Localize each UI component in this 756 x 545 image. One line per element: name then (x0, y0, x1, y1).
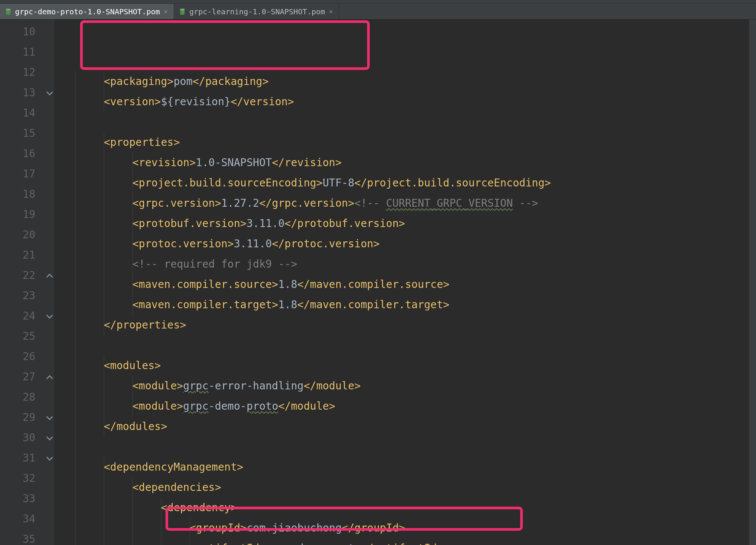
xml-tag: </grpc.version> (259, 197, 354, 209)
editor-tabs: grpc-demo-proto-1.0-SNAPSHOT.pom×grpc-le… (0, 4, 756, 20)
code-line[interactable]: <protobuf.version>3.11.0</protobuf.versi… (54, 213, 749, 234)
editor-tab-0[interactable]: grpc-demo-proto-1.0-SNAPSHOT.pom× (0, 4, 174, 19)
indent-guide (132, 234, 133, 254)
indent-guide (75, 132, 76, 153)
xml-tag: </revision> (272, 156, 342, 169)
code-line[interactable]: </properties> (54, 315, 749, 335)
xml-tag: <module> (132, 400, 183, 412)
indent-guide (104, 457, 104, 477)
file-icon (5, 8, 12, 15)
line-number: 31 (0, 448, 35, 468)
code-line[interactable] (54, 437, 749, 457)
xml-tag: <properties> (104, 136, 180, 148)
xml-tag: <project.build.sourceEncoding> (132, 177, 323, 189)
line-number: 22 (0, 265, 35, 286)
code-line[interactable]: <artifactId>grpc-demo-proto</artifactId> (54, 538, 749, 545)
code-area[interactable]: <packaging>pom</packaging><version>${rev… (54, 20, 749, 545)
line-number: 33 (0, 489, 35, 509)
indent-guide (104, 315, 104, 335)
code-line[interactable]: <version>${revision}</version> (54, 92, 749, 112)
xml-tag: </protobuf.version> (285, 217, 405, 230)
xml-text: UTF-8 (323, 177, 354, 189)
code-line[interactable]: <maven.compiler.target>1.8</maven.compil… (54, 295, 749, 315)
indent-guide (75, 193, 76, 213)
indent-guide (104, 416, 104, 437)
indent-guide (104, 518, 104, 538)
xml-comment: --> (513, 197, 538, 209)
code-line[interactable]: <maven.compiler.source>1.8</maven.compil… (54, 274, 749, 295)
line-number: 30 (0, 428, 35, 448)
fold-expand-icon[interactable] (46, 455, 53, 462)
indent-guide (75, 376, 76, 396)
fold-expand-icon[interactable] (46, 313, 53, 320)
xml-tag: </protoc.version> (272, 238, 380, 250)
line-number: 12 (0, 62, 35, 83)
code-line[interactable]: <module>grpc-demo-proto</module> (54, 396, 749, 416)
line-number: 23 (0, 286, 35, 306)
indent-guide (75, 274, 76, 295)
xml-tag: <version> (104, 95, 161, 108)
code-line[interactable]: <dependency> (54, 498, 749, 518)
code-line[interactable]: <project.build.sourceEncoding>UTF-8</pro… (54, 173, 749, 193)
xml-tag: </modules> (104, 420, 167, 433)
code-line[interactable]: <module>grpc-error-handling</module> (54, 376, 749, 396)
code-line[interactable]: <!-- required for jdk9 --> (54, 254, 749, 274)
close-icon[interactable]: × (163, 8, 169, 15)
vertical-scrollbar[interactable] (749, 20, 756, 545)
xml-tag: <protoc.version> (132, 238, 234, 250)
indent-guide (132, 376, 133, 396)
fold-collapse-icon[interactable] (46, 272, 53, 280)
indent-guide (75, 254, 76, 274)
indent-guide (75, 457, 76, 477)
code-line[interactable]: <dependencies> (54, 477, 749, 498)
fold-collapse-icon[interactable] (46, 374, 53, 381)
fold-expand-icon[interactable] (46, 434, 53, 442)
line-number: 19 (0, 204, 35, 225)
code-line[interactable] (54, 335, 749, 356)
annotation-box-top (80, 20, 370, 70)
gutter: 1011121314151617181920212223242526272829… (0, 20, 45, 545)
indent-guide (75, 295, 76, 315)
xml-text: grpc (183, 400, 208, 412)
code-line[interactable]: <modules> (54, 356, 749, 376)
code-line[interactable]: <revision>1.0-SNAPSHOT</revision> (54, 153, 749, 173)
xml-tag: </groupId> (342, 522, 405, 534)
fold-expand-icon[interactable] (46, 89, 53, 97)
xml-tag: </module> (304, 380, 361, 392)
indent-guide (132, 477, 133, 498)
code-line[interactable]: <grpc.version>1.27.2</grpc.version><!-- … (54, 193, 749, 213)
svg-rect-1 (6, 9, 10, 11)
indent-guide (104, 274, 104, 295)
editor-tab-1[interactable]: grpc-learning-1.0-SNAPSHOT.pom× (174, 4, 339, 19)
indent-guide (75, 477, 76, 498)
code-line[interactable]: </modules> (54, 416, 749, 437)
code-line[interactable]: <packaging>pom</packaging> (54, 71, 749, 92)
indent-guide (104, 376, 104, 396)
xml-tag: <packaging> (104, 75, 173, 88)
code-line[interactable]: <properties> (54, 132, 749, 153)
xml-text: -demo- (208, 400, 246, 412)
close-icon[interactable]: × (328, 8, 334, 15)
xml-tag: <artifactId> (190, 542, 266, 545)
xml-text: grpc (183, 380, 208, 392)
line-number: 35 (0, 529, 35, 545)
xml-tag: <grpc.version> (132, 197, 221, 209)
indent-guide (132, 193, 133, 213)
xml-tag: <revision> (132, 156, 196, 169)
indent-guide (132, 396, 133, 416)
line-number: 25 (0, 326, 35, 347)
indent-guide (75, 315, 76, 335)
toolbar-strip (0, 0, 756, 4)
line-number: 28 (0, 387, 35, 407)
line-number: 20 (0, 225, 35, 245)
code-line[interactable]: <groupId>com.jiaobuchong</groupId> (54, 518, 749, 538)
indent-guide (75, 71, 76, 92)
indent-guide (104, 71, 104, 92)
indent-guide (104, 498, 104, 518)
code-line[interactable]: <dependencyManagement> (54, 457, 749, 477)
indent-guide (75, 396, 76, 416)
code-line[interactable]: <protoc.version>3.11.0</protoc.version> (54, 234, 749, 254)
indent-guide (161, 498, 161, 518)
code-line[interactable] (54, 112, 749, 132)
fold-expand-icon[interactable] (46, 414, 53, 422)
